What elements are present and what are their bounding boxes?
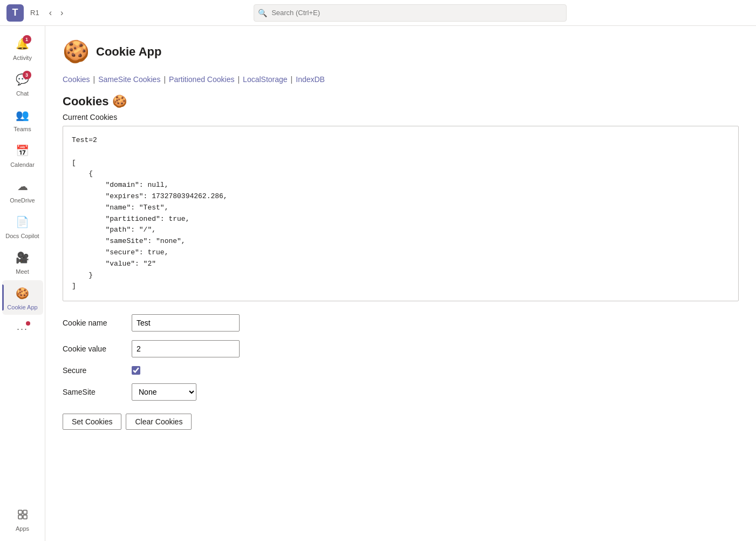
search-icon: 🔍 bbox=[258, 9, 267, 17]
main-content: 🍪 Cookie App Cookies | SameSite Cookies … bbox=[45, 26, 756, 541]
nav-link-samesite-cookies[interactable]: SameSite Cookies bbox=[98, 75, 160, 84]
sidebar-label-activity: Activity bbox=[13, 55, 32, 61]
nav-buttons: ‹ › bbox=[46, 6, 67, 20]
samesite-row: SameSite None Lax Strict bbox=[63, 383, 739, 401]
instance-label: R1 bbox=[30, 9, 39, 17]
secure-label: Secure bbox=[63, 366, 127, 375]
nav-link-indexdb[interactable]: IndexDB bbox=[296, 75, 325, 84]
sidebar-item-docs-copilot[interactable]: 📄 Docs Copilot bbox=[2, 209, 43, 244]
nav-sep-2: | bbox=[164, 75, 166, 84]
app-header: 🍪 Cookie App bbox=[63, 39, 739, 64]
docs-copilot-icon: 📄 bbox=[14, 213, 31, 231]
cookie-value-input[interactable] bbox=[132, 340, 240, 357]
sidebar-label-chat: Chat bbox=[16, 90, 29, 97]
nav-sep-3: | bbox=[237, 75, 240, 84]
back-button[interactable]: ‹ bbox=[46, 6, 55, 20]
activity-badge: 1 bbox=[23, 35, 31, 44]
activity-icon: 🔔 1 bbox=[14, 35, 31, 52]
chat-icon: 💬 3 bbox=[14, 71, 31, 88]
sidebar-item-onedrive[interactable]: ☁ OneDrive bbox=[2, 173, 43, 208]
secure-row: Secure bbox=[63, 366, 739, 375]
app-header-title: Cookie App bbox=[96, 45, 161, 59]
meet-icon: 🎥 bbox=[14, 249, 31, 266]
teams-logo: T bbox=[6, 4, 24, 22]
sidebar-item-teams[interactable]: 👥 Teams bbox=[2, 102, 43, 137]
main-layout: 🔔 1 Activity 💬 3 Chat 👥 Teams 📅 Calendar… bbox=[0, 26, 756, 541]
svg-rect-1 bbox=[23, 510, 27, 514]
cookie-display-box: Test=2 [ { "domain": null, "expires": 17… bbox=[63, 126, 739, 301]
chat-badge: 3 bbox=[23, 71, 31, 79]
sidebar-item-more[interactable]: ··· bbox=[2, 316, 43, 342]
onedrive-icon: ☁ bbox=[14, 178, 31, 195]
samesite-select[interactable]: None Lax Strict bbox=[132, 383, 196, 401]
nav-links: Cookies | SameSite Cookies | Partitioned… bbox=[63, 75, 739, 84]
sidebar-label-calendar: Calendar bbox=[10, 161, 35, 168]
more-icon: ··· bbox=[14, 320, 31, 337]
sidebar-item-cookie-app[interactable]: 🍪 Cookie App bbox=[2, 280, 43, 315]
svg-rect-2 bbox=[18, 515, 22, 519]
calendar-icon: 📅 bbox=[14, 142, 31, 159]
samesite-label: SameSite bbox=[63, 388, 127, 396]
secure-checkbox[interactable] bbox=[132, 366, 140, 375]
button-row: Set Cookies Clear Cookies bbox=[63, 414, 739, 430]
cookie-name-label: Cookie name bbox=[63, 319, 127, 327]
nav-link-partitioned-cookies[interactable]: Partitioned Cookies bbox=[169, 75, 234, 84]
sidebar-item-calendar[interactable]: 📅 Calendar bbox=[2, 138, 43, 172]
topbar: T R1 ‹ › 🔍 bbox=[0, 0, 756, 26]
nav-sep-4: | bbox=[291, 75, 293, 84]
set-cookies-button[interactable]: Set Cookies bbox=[63, 414, 121, 430]
current-cookies-label: Current Cookies bbox=[63, 113, 739, 121]
nav-link-localstorage[interactable]: LocalStorage bbox=[243, 75, 288, 84]
cookie-name-row: Cookie name bbox=[63, 314, 739, 332]
cookie-app-icon: 🍪 bbox=[14, 285, 31, 302]
cookie-name-input[interactable] bbox=[132, 314, 240, 332]
forward-button[interactable]: › bbox=[57, 6, 66, 20]
more-badge-dot bbox=[26, 321, 30, 326]
sidebar: 🔔 1 Activity 💬 3 Chat 👥 Teams 📅 Calendar… bbox=[0, 26, 45, 541]
sidebar-item-apps[interactable]: Apps bbox=[2, 502, 43, 536]
teams-icon: 👥 bbox=[14, 106, 31, 124]
sidebar-label-apps: Apps bbox=[16, 525, 29, 532]
svg-rect-0 bbox=[18, 510, 22, 514]
search-container: 🔍 bbox=[254, 4, 567, 22]
svg-rect-3 bbox=[23, 515, 27, 519]
cookie-value-row: Cookie value bbox=[63, 340, 739, 357]
cookie-value-label: Cookie value bbox=[63, 344, 127, 353]
sidebar-label-teams: Teams bbox=[13, 126, 31, 132]
sidebar-item-meet[interactable]: 🎥 Meet bbox=[2, 245, 43, 279]
clear-cookies-button[interactable]: Clear Cookies bbox=[126, 414, 192, 430]
sidebar-item-chat[interactable]: 💬 3 Chat bbox=[2, 66, 43, 101]
sidebar-item-activity[interactable]: 🔔 1 Activity bbox=[2, 31, 43, 65]
sidebar-label-cookie-app: Cookie App bbox=[7, 304, 37, 310]
sidebar-label-meet: Meet bbox=[16, 268, 29, 275]
sidebar-label-docs-copilot: Docs Copilot bbox=[5, 233, 39, 239]
apps-icon bbox=[14, 506, 31, 523]
search-input[interactable] bbox=[254, 4, 567, 22]
nav-link-cookies[interactable]: Cookies bbox=[63, 75, 90, 84]
app-header-icon: 🍪 bbox=[63, 39, 90, 64]
section-heading: Cookies 🍪 bbox=[63, 94, 739, 109]
nav-sep-1: | bbox=[93, 75, 96, 84]
sidebar-label-onedrive: OneDrive bbox=[10, 197, 35, 204]
